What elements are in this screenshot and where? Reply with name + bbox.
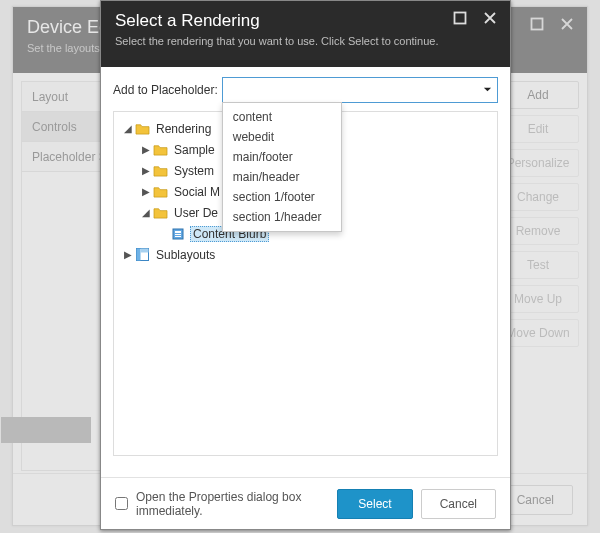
- svg-rect-3: [175, 231, 181, 233]
- folder-icon: [152, 164, 168, 178]
- placeholder-option[interactable]: content: [223, 107, 341, 127]
- tree-node-sublayouts[interactable]: ▶ Sublayouts: [118, 244, 493, 265]
- dropdown-caret-icon[interactable]: [483, 83, 492, 97]
- cancel-button[interactable]: Cancel: [421, 489, 496, 519]
- svg-rect-1: [455, 13, 466, 24]
- select-rendering-header: Select a Rendering Select the rendering …: [101, 1, 510, 67]
- tree-label: Social M: [172, 185, 222, 199]
- folder-icon: [134, 122, 150, 136]
- svg-rect-4: [175, 234, 181, 235]
- add-to-placeholder-input[interactable]: [222, 77, 498, 103]
- tree-label: Sample: [172, 143, 217, 157]
- svg-rect-5: [175, 236, 181, 237]
- expand-icon[interactable]: ▶: [140, 165, 152, 176]
- collapse-icon[interactable]: ◢: [140, 207, 152, 218]
- placeholder-option[interactable]: main/header: [223, 167, 341, 187]
- placeholder-option[interactable]: section 1/footer: [223, 187, 341, 207]
- close-icon[interactable]: [478, 6, 502, 30]
- add-to-placeholder-label: Add to Placeholder:: [113, 83, 218, 97]
- add-to-placeholder-combobox[interactable]: content webedit main/footer main/header …: [222, 77, 498, 103]
- tree-label: Sublayouts: [154, 248, 217, 262]
- folder-icon: [152, 185, 168, 199]
- expand-icon[interactable]: ▶: [140, 186, 152, 197]
- placeholder-option[interactable]: webedit: [223, 127, 341, 147]
- select-rendering-dialog: Select a Rendering Select the rendering …: [100, 0, 511, 530]
- tree-label: Rendering: [154, 122, 213, 136]
- open-properties-label: Open the Properties dialog box immediate…: [136, 490, 321, 518]
- select-button[interactable]: Select: [337, 489, 412, 519]
- collapse-icon[interactable]: ◢: [122, 123, 134, 134]
- placeholder-option[interactable]: section 1/header: [223, 207, 341, 227]
- svg-rect-7: [136, 249, 140, 261]
- folder-icon: [152, 143, 168, 157]
- sublayout-icon: [134, 248, 150, 262]
- rendering-item-icon: [170, 227, 186, 241]
- maximize-icon[interactable]: [448, 6, 472, 30]
- placeholder-option[interactable]: main/footer: [223, 147, 341, 167]
- expand-icon[interactable]: ▶: [122, 249, 134, 260]
- folder-icon: [152, 206, 168, 220]
- svg-rect-8: [140, 249, 148, 253]
- tree-label: System: [172, 164, 216, 178]
- select-rendering-title: Select a Rendering: [115, 11, 496, 31]
- select-rendering-subtitle: Select the rendering that you want to us…: [115, 35, 496, 47]
- placeholder-dropdown-list: content webedit main/footer main/header …: [222, 102, 342, 232]
- expand-icon[interactable]: ▶: [140, 144, 152, 155]
- open-properties-checkbox[interactable]: [115, 497, 128, 510]
- tree-label: User De: [172, 206, 220, 220]
